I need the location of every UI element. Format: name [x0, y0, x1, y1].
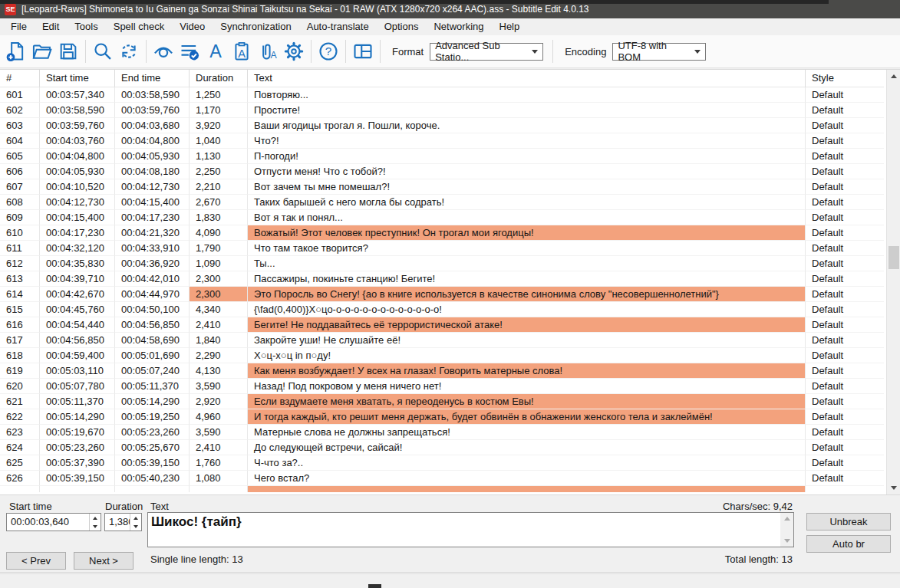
cell-end: 00:03:58,590: [115, 87, 190, 103]
edit-panel: Start time Duration Text Chars/sec: 9,42…: [0, 496, 900, 573]
table-row[interactable]: 62000:05:07,78000:05:11,3703,590Назад! П…: [0, 379, 884, 394]
table-row[interactable]: 61100:04:32,12000:04:33,9101,790Что там …: [0, 241, 884, 256]
table-row[interactable]: 62600:05:39,15000:05:40,2301,080Чего вст…: [0, 471, 884, 486]
table-row[interactable]: 61400:04:42,67000:04:44,9702,300Это Поро…: [0, 287, 884, 302]
table-row[interactable]: 62200:05:14,29000:05:19,2504,960И тогда …: [0, 409, 884, 425]
textarea-scrollbar[interactable]: [780, 513, 793, 547]
table-row[interactable]: 61000:04:17,23000:04:21,3204,090Вожатый!…: [0, 225, 884, 241]
layout-button[interactable]: [350, 38, 376, 64]
cell-style: Default: [806, 256, 884, 271]
menu-video[interactable]: Video: [172, 18, 213, 35]
open-file-button[interactable]: [29, 38, 55, 64]
table-row[interactable]: 61200:04:35,83000:04:36,9201,090Ты...Def…: [0, 256, 884, 271]
auto-br-button[interactable]: Auto br: [806, 535, 891, 553]
menu-help[interactable]: Help: [492, 18, 528, 35]
unbreak-button[interactable]: Unbreak: [806, 513, 891, 531]
cell-num: 609: [0, 210, 40, 225]
clipboard-a-icon: A: [231, 41, 252, 62]
table-row[interactable]: 62500:05:37,39000:05:39,1501,760Ч-что за…: [0, 455, 884, 471]
table-row[interactable]: 60200:03:58,59000:03:59,7601,170Простите…: [0, 103, 884, 118]
toolbar-separator: [85, 40, 86, 63]
cell-end: 00:05:39,150: [115, 455, 190, 471]
cell-dur: 4,090: [190, 225, 248, 241]
table-row[interactable]: 60700:04:10,52000:04:12,7302,210Вот заче…: [0, 179, 884, 195]
find-button[interactable]: [90, 38, 116, 64]
table-row[interactable]: 60600:04:05,93000:04:08,1802,250Отпусти …: [0, 164, 884, 179]
format-dropdown[interactable]: Advanced Sub Statio...: [430, 43, 543, 61]
table-row[interactable]: 61900:05:03,11000:05:07,2404,130Как меня…: [0, 363, 884, 379]
cell-end: 00:05:19,250: [115, 409, 190, 425]
cell-num: 603: [0, 118, 40, 133]
scroll-up-button[interactable]: [887, 70, 900, 83]
triangle-up-icon: [784, 517, 790, 521]
menu-synchronization[interactable]: Synchronization: [213, 18, 299, 35]
table-row[interactable]: 60500:04:04,80000:04:05,9301,130П-погоди…: [0, 149, 884, 164]
column-header-text[interactable]: Text: [248, 70, 806, 87]
cell-dur: 1,840: [190, 333, 248, 348]
chevron-down-icon: [532, 50, 538, 54]
spell-check-button[interactable]: [176, 38, 203, 64]
table-row[interactable]: 61300:04:39,71000:04:42,0102,300Пассажир…: [0, 271, 884, 287]
column-header-start-time[interactable]: Start time: [40, 70, 115, 87]
scrollbar-thumb[interactable]: [888, 246, 899, 269]
table-row[interactable]: 60900:04:15,40000:04:17,2301,830Вот я та…: [0, 210, 884, 225]
encoding-dropdown[interactable]: UTF-8 with BOM: [612, 43, 706, 61]
table-row[interactable]: 61700:04:56,85000:04:58,6901,840Закройте…: [0, 333, 884, 348]
menu-auto-translate[interactable]: Auto-translate: [299, 18, 377, 35]
menu-tools[interactable]: Tools: [67, 18, 105, 35]
start-time-spinner[interactable]: [89, 514, 101, 531]
cell-text: Как меня возбуждает! У всех на глазах! Г…: [248, 363, 806, 379]
cell-text: Вот зачем ты мне помешал?!: [248, 179, 806, 195]
cell-num: 610: [0, 225, 40, 241]
visual-sync-button[interactable]: [150, 38, 176, 64]
table-row[interactable]: 60400:04:03,76000:04:04,8001,040Что?!Def…: [0, 133, 884, 149]
subtitle-text-input[interactable]: Шикос! {тайп}: [148, 513, 780, 547]
column-header-number[interactable]: #: [0, 70, 40, 87]
cell-end: [115, 486, 190, 492]
cell-num: 624: [0, 440, 40, 455]
toolbar-separator: [552, 40, 553, 63]
cell-start: 00:03:57,340: [40, 87, 115, 103]
cell-style: Default: [806, 317, 884, 333]
table-scrollbar[interactable]: [886, 70, 900, 494]
help-button[interactable]: ?: [315, 38, 341, 64]
table-row[interactable]: 60800:04:12,73000:04:15,4002,670Таких ба…: [0, 195, 884, 210]
table-row[interactable]: 62400:05:23,26000:05:25,6702,410До следу…: [0, 440, 884, 455]
scroll-down-button[interactable]: [887, 481, 900, 494]
settings-button[interactable]: [281, 38, 307, 64]
duration-input[interactable]: 1,380: [104, 513, 142, 531]
menu-networking[interactable]: Networking: [426, 18, 491, 35]
table-row[interactable]: 60100:03:57,34000:03:58,5901,250Повторяю…: [0, 87, 884, 103]
spin-down-icon: [93, 525, 97, 528]
scroll-up-button[interactable]: [780, 513, 793, 524]
table-row[interactable]: 60300:03:59,76000:04:03,6803,920Ваши яго…: [0, 118, 884, 133]
replace-button[interactable]: [116, 38, 142, 64]
table-row[interactable]: 62300:05:19,67000:05:23,2603,590Матерные…: [0, 425, 884, 440]
table-row[interactable]: 61800:04:59,40000:05:01,6902,290Х○ц-х○ц …: [0, 348, 884, 363]
scroll-down-button[interactable]: [780, 535, 793, 547]
save-button[interactable]: [55, 38, 81, 64]
menu-spell-check[interactable]: Spell check: [106, 18, 172, 35]
fix-common-errors-button[interactable]: A: [229, 38, 255, 64]
cell-text: Вожатый! Этот человек преступник! Он тро…: [248, 225, 806, 241]
duration-spinner[interactable]: [130, 514, 141, 531]
prev-button[interactable]: < Prev: [6, 552, 66, 570]
remove-text-formatting-button[interactable]: A: [203, 38, 229, 64]
menu-options[interactable]: Options: [377, 18, 427, 35]
column-header-end-time[interactable]: End time: [115, 70, 190, 87]
attachment-button[interactable]: A: [255, 38, 281, 64]
table-row[interactable]: 61600:04:54,44000:04:56,8502,410Бегите! …: [0, 317, 884, 333]
menu-file[interactable]: File: [3, 18, 35, 35]
cell-end: 00:04:33,910: [115, 241, 190, 256]
next-button[interactable]: Next >: [74, 552, 134, 570]
table-row[interactable]: 61500:04:45,76000:04:50,1004,340{\fad(0,…: [0, 302, 884, 317]
cell-dur: 1,090: [190, 256, 248, 271]
start-time-input[interactable]: 00:00:03,640: [6, 513, 101, 531]
cell-style: Default: [806, 210, 884, 225]
menu-edit[interactable]: Edit: [35, 18, 67, 35]
column-header-style[interactable]: Style: [806, 70, 884, 87]
table-row[interactable]: 62100:05:11,37000:05:14,2902,920Если взд…: [0, 394, 884, 409]
column-header-duration[interactable]: Duration: [190, 70, 248, 87]
new-file-button[interactable]: [3, 38, 29, 64]
cell-end: 00:04:21,320: [115, 225, 190, 241]
